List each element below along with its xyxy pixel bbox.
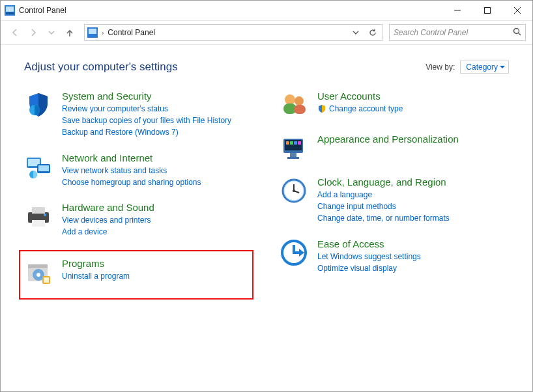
highlight-annotation: Programs Uninstall a program [19, 250, 253, 300]
category-link[interactable]: Choose homegroup and sharing options [62, 177, 201, 188]
svg-rect-9 [89, 29, 96, 34]
svg-rect-34 [286, 141, 289, 145]
category-link[interactable]: Backup and Restore (Windows 7) [62, 127, 231, 137]
svg-point-10 [514, 29, 519, 34]
category-title[interactable]: Clock, Language, and Region [317, 176, 450, 188]
recent-locations-button[interactable] [44, 25, 59, 40]
svg-rect-1 [6, 7, 14, 12]
category-network-and-internet: Network and Internet View network status… [24, 152, 253, 188]
svg-rect-31 [294, 105, 306, 114]
svg-rect-4 [485, 8, 491, 14]
category-ease-of-access: Ease of Access Let Windows suggest setti… [280, 238, 509, 273]
address-history-button[interactable] [349, 29, 362, 36]
view-by-dropdown[interactable]: Category [460, 61, 509, 74]
category-link[interactable]: Add a language [317, 189, 450, 200]
search-icon [513, 27, 521, 38]
category-link[interactable]: Change date, time, or number formats [317, 213, 450, 223]
back-button[interactable] [7, 25, 23, 40]
page-heading: Adjust your computer's settings [24, 61, 178, 74]
svg-rect-23 [28, 264, 48, 268]
category-system-and-security: System and Security Review your computer… [24, 91, 253, 138]
category-link[interactable]: Uninstall a program [62, 271, 130, 281]
network-icon [24, 152, 53, 181]
minimize-button[interactable] [442, 1, 472, 20]
titlebar: Control Panel [1, 1, 532, 21]
location-icon [87, 27, 98, 38]
category-title[interactable]: Hardware and Sound [62, 202, 154, 214]
svg-rect-39 [287, 157, 299, 159]
svg-rect-38 [290, 153, 296, 157]
category-title[interactable]: Network and Internet [62, 152, 201, 164]
category-link[interactable]: Save backup copies of your files with Fi… [62, 115, 231, 126]
svg-point-28 [285, 94, 295, 105]
category-link[interactable]: Add a device [62, 227, 154, 237]
category-programs: Programs Uninstall a program [24, 258, 194, 287]
svg-rect-27 [44, 277, 49, 283]
svg-rect-19 [32, 207, 45, 214]
svg-line-11 [519, 33, 521, 36]
category-column-left: System and Security Review your computer… [24, 91, 253, 300]
search-placeholder: Search Control Panel [394, 28, 509, 37]
svg-point-21 [44, 214, 46, 216]
printer-icon [24, 202, 53, 231]
svg-point-44 [293, 189, 295, 192]
category-link[interactable]: Review your computer's status [62, 104, 231, 114]
toolbar: › Control Panel Search Control Panel [1, 21, 532, 45]
clock-icon [280, 176, 308, 205]
category-link[interactable]: View network status and tasks [62, 165, 201, 176]
category-link[interactable]: Optimize visual display [317, 263, 421, 273]
category-hardware-and-sound: Hardware and Sound View devices and prin… [24, 202, 253, 237]
maximize-button[interactable] [472, 1, 502, 20]
refresh-button[interactable] [366, 29, 379, 36]
svg-point-25 [36, 273, 40, 277]
user-accounts-icon [280, 91, 308, 119]
uac-shield-icon [317, 104, 326, 113]
address-bar[interactable]: › Control Panel [84, 24, 382, 41]
category-appearance-and-personalization: Appearance and Personalization [280, 133, 509, 162]
category-title[interactable]: Ease of Access [317, 238, 421, 250]
svg-rect-37 [298, 141, 301, 145]
category-title[interactable]: User Accounts [317, 91, 403, 102]
svg-marker-46 [299, 249, 304, 257]
breadcrumb-root[interactable]: Control Panel [108, 28, 155, 37]
category-title[interactable]: Programs [62, 258, 130, 270]
window-title: Control Panel [19, 6, 66, 15]
close-button[interactable] [502, 1, 532, 20]
shield-icon [24, 91, 53, 119]
category-column-right: User Accounts Change account type Appear… [280, 91, 509, 300]
ease-of-access-icon [280, 238, 308, 267]
search-box[interactable]: Search Control Panel [389, 24, 526, 41]
category-link[interactable]: Change account type [317, 104, 403, 114]
category-user-accounts: User Accounts Change account type [280, 91, 509, 119]
content-area: Adjust your computer's settings View by:… [1, 45, 532, 391]
category-title[interactable]: Appearance and Personalization [317, 133, 459, 145]
category-title[interactable]: System and Security [62, 91, 231, 102]
category-link[interactable]: Let Windows suggest settings [317, 251, 421, 262]
svg-rect-2 [6, 12, 14, 14]
category-link[interactable]: Change input methods [317, 201, 450, 212]
svg-rect-36 [294, 141, 297, 145]
svg-rect-20 [32, 220, 45, 227]
breadcrumb-separator-icon: › [102, 29, 104, 36]
control-panel-icon [5, 5, 15, 16]
category-clock-language-region: Clock, Language, and Region Add a langua… [280, 176, 509, 224]
view-by-label: View by: [425, 63, 455, 72]
programs-icon [24, 258, 53, 287]
appearance-icon [280, 133, 308, 162]
svg-rect-35 [290, 141, 293, 145]
category-link[interactable]: View devices and printers [62, 215, 154, 225]
forward-button[interactable] [25, 25, 41, 40]
up-button[interactable] [62, 25, 78, 40]
svg-rect-16 [38, 165, 49, 171]
svg-point-30 [295, 96, 304, 105]
view-by-control: View by: Category [425, 61, 509, 74]
